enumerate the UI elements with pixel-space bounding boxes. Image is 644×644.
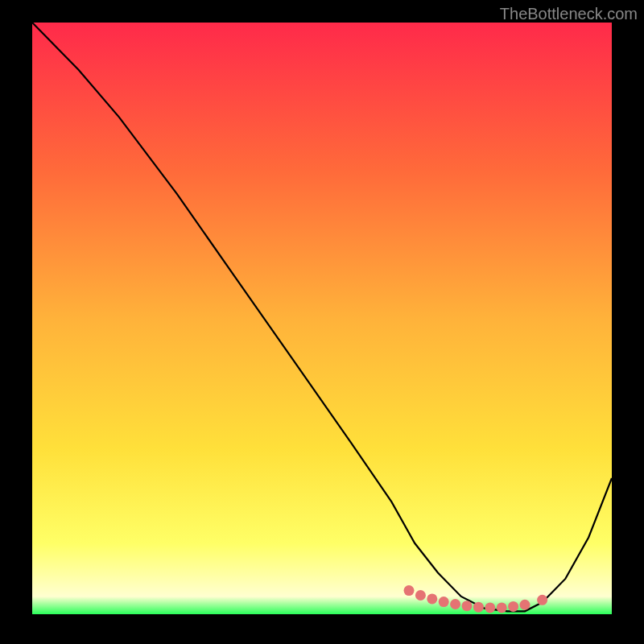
red-dot <box>520 600 530 610</box>
red-dot <box>497 602 507 613</box>
red-dot <box>439 597 449 607</box>
chart-svg <box>32 23 612 614</box>
red-dot <box>537 595 547 605</box>
red-dot <box>485 602 495 613</box>
red-dot <box>427 593 437 604</box>
chart-background <box>32 23 612 614</box>
plot-area <box>32 23 612 614</box>
red-dot <box>508 601 518 612</box>
red-dot <box>404 585 415 596</box>
red-dot <box>462 601 473 611</box>
red-dot <box>415 590 426 601</box>
red-dot <box>450 599 460 609</box>
red-dot <box>473 602 484 613</box>
watermark-text: TheBottleneck.com <box>500 5 638 23</box>
chart-container: TheBottleneck.com <box>0 0 644 644</box>
